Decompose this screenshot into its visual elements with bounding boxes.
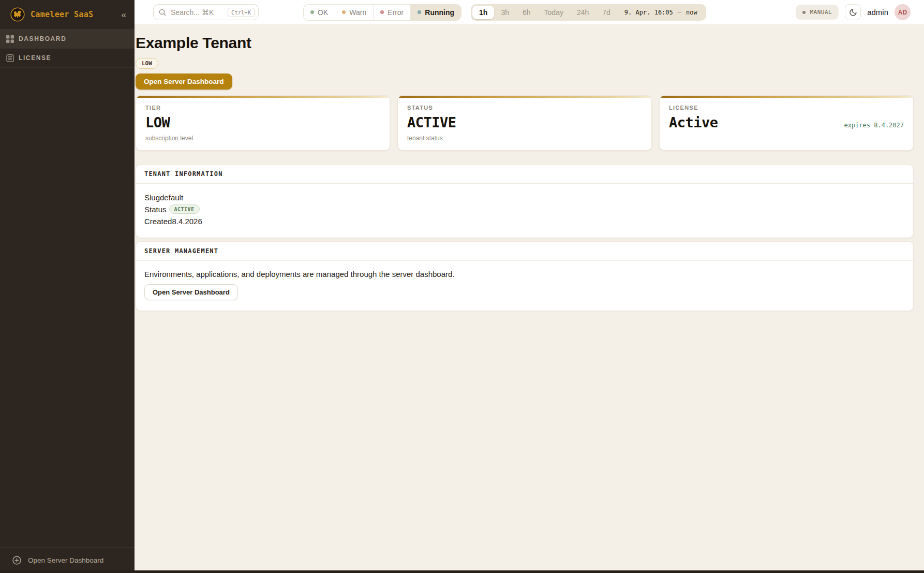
plus-circle-icon [12,556,21,565]
topbar: Ctrl+K OK Warn Error Running 1h 3h 6 [135,0,924,24]
summary-cards: TIER LOW subscription level STATUS ACTIV… [136,95,914,151]
sidebar: Cameleer SaaS « DASHBOARD [0,0,135,573]
sidebar-header: Cameleer SaaS « [0,0,135,30]
filter-label: Error [388,8,404,17]
moon-icon [849,8,857,17]
brand-name: Cameleer SaaS [31,10,93,19]
tier-card: TIER LOW subscription level [136,95,390,151]
card-value: LOW [145,114,170,130]
user-avatar[interactable]: AD [895,4,911,20]
info-row-created: Created8.4.2026 [144,215,905,227]
ok-dot-icon [310,10,314,14]
search-input[interactable] [170,8,224,17]
topbar-right-cluster: MANUAL admin AD [796,4,911,20]
filter-label: Running [425,8,454,17]
error-dot-icon [380,10,384,14]
server-management-text: Environments, applications, and deployme… [144,270,905,278]
search-icon [159,9,166,16]
warn-dot-icon [342,10,346,14]
time-range-7d[interactable]: 7d [595,6,617,19]
panel-header: TENANT INFORMATION [136,165,913,184]
card-value: ACTIVE [407,114,456,130]
panel-header: SERVER MANAGEMENT [136,242,913,261]
running-dot-icon [418,10,421,14]
card-label: LICENSE [669,105,904,111]
sidebar-item-label: DASHBOARD [19,35,66,42]
info-label: Status [144,205,167,214]
open-server-dashboard-button[interactable]: Open Server Dashboard [136,74,232,90]
filter-label: OK [318,8,328,17]
info-value: default [160,193,183,202]
time-range-3h[interactable]: 3h [494,6,516,19]
info-label: Created [144,217,172,226]
info-row-status: StatusACTIVE [144,203,905,215]
card-label: TIER [145,105,380,111]
manual-dot-icon [802,11,806,14]
filter-error[interactable]: Error [374,5,411,20]
sidebar-nav: DASHBOARD LICENSE [0,30,135,68]
brand-logo-icon [10,7,25,22]
time-range-group: 1h 3h 6h Today 24h 7d 9. Apr. 16:05 — no… [471,4,706,21]
license-expiry-note: expires 8.4.2027 [844,122,904,129]
tier-badge: LOW [136,58,158,69]
user-name: admin [867,8,888,17]
filter-running[interactable]: Running [411,5,461,20]
status-card: STATUS ACTIVE tenant status [397,95,652,151]
date-range-from: 9. Apr. 16:05 [624,9,673,16]
server-management-panel: SERVER MANAGEMENT Environments, applicat… [136,241,914,311]
status-badge: ACTIVE [169,204,200,214]
theme-toggle-button[interactable] [845,4,861,20]
content-area: Example Tenant LOW Open Server Dashboard… [135,24,924,573]
main-column: Ctrl+K OK Warn Error Running 1h 3h 6 [135,0,924,573]
sidebar-item-license[interactable]: LICENSE [0,49,135,68]
date-range-separator: — [678,9,681,16]
grid-icon [6,35,14,43]
time-range-24h[interactable]: 24h [570,6,595,19]
info-row-slug: Slugdefault [144,192,905,203]
sidebar-footer-open-dashboard[interactable]: Open Server Dashboard [0,547,135,573]
sidebar-collapse-icon[interactable]: « [122,10,126,19]
time-range-6h[interactable]: 6h [516,6,538,19]
card-caption: subscription level [145,135,380,142]
license-card: LICENSE Active expires 8.4.2027 [659,95,914,151]
card-caption: tenant status [407,135,642,142]
filter-label: Warn [349,8,366,17]
sidebar-footer-label: Open Server Dashboard [28,556,103,564]
filter-warn[interactable]: Warn [335,5,374,20]
sidebar-item-dashboard[interactable]: DASHBOARD [0,30,135,49]
manual-mode-button[interactable]: MANUAL [796,5,839,20]
card-value: Active [669,114,718,130]
window-bottom-edge [0,570,924,573]
date-range-display[interactable]: 9. Apr. 16:05 — now [617,9,705,16]
manual-label: MANUAL [810,9,832,16]
tenant-information-panel: TENANT INFORMATION Slugdefault StatusACT… [136,164,914,238]
info-value: 8.4.2026 [172,217,202,226]
license-icon [6,54,14,62]
search-box[interactable]: Ctrl+K [153,4,259,20]
open-server-dashboard-secondary-button[interactable]: Open Server Dashboard [144,284,238,300]
card-label: STATUS [407,105,642,111]
filter-ok[interactable]: OK [304,5,335,20]
status-filter-group: OK Warn Error Running [303,4,461,21]
page-title: Example Tenant [136,34,914,52]
search-shortcut-badge: Ctrl+K [228,8,255,17]
time-range-1h[interactable]: 1h [472,6,494,19]
date-range-to: now [686,9,697,16]
time-range-today[interactable]: Today [538,6,570,19]
info-label: Slug [144,193,160,202]
sidebar-item-label: LICENSE [19,54,51,62]
